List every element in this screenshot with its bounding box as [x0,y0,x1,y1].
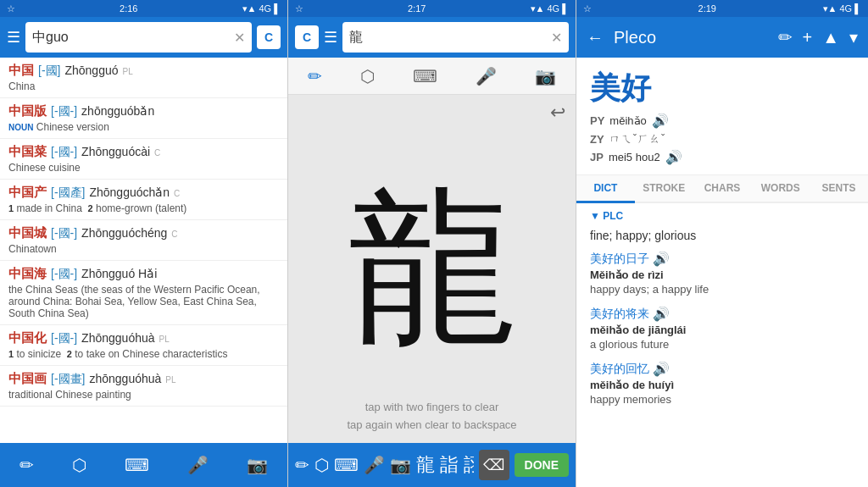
example-sound-2[interactable]: 🔊 [653,361,670,377]
add-icon[interactable]: + [803,28,813,47]
results-list: 中国 [-國] Zhōngguó PL China 中国版 [-國-] zhōn… [0,58,287,443]
result-trad: [-國-] [51,267,77,282]
result-pinyin: zhōngguóbǎn [81,104,154,118]
backspace-button[interactable]: ⌫ [479,450,509,480]
mic-bottom-icon[interactable]: 🎤 [364,455,385,475]
done-button[interactable]: DONE [515,453,569,477]
c-badge-1[interactable]: C [257,25,281,49]
tab-chars[interactable]: CHARS [693,175,752,203]
status-bar-2: ☆ 2:17 ▾▲ 4G ▌ [288,0,576,17]
py-sound-icon[interactable]: 🔊 [652,113,669,129]
result-chinese: 中国化 [8,330,47,346]
result-chinese: 中国菜 [8,144,47,160]
c-badge-2[interactable]: C [295,25,319,49]
entry-character: 美好 [590,68,854,109]
more-icon[interactable]: ▾ [849,27,858,47]
list-item[interactable]: 中国版 [-國-] zhōngguóbǎn NOUN Chinese versi… [0,98,287,139]
up-icon[interactable]: ▲ [822,28,839,47]
example-pinyin-2: měihǎo de huíyì [590,379,854,391]
screen3-title: Pleco [614,28,768,47]
toolbar-2: ✏ ⬡ ⌨ 🎤 📷 [288,58,576,95]
result-pinyin: Zhōngguó Hǎi [81,267,157,280]
puzzle-icon[interactable]: ⬡ [72,455,86,475]
mic-icon[interactable]: 🎤 [187,455,209,475]
list-item[interactable]: 中国 [-國] Zhōngguó PL China [0,58,287,98]
example-sound-0[interactable]: 🔊 [653,251,670,267]
keyboard-icon[interactable]: ⌨ [125,455,149,475]
result-pinyin: Zhōngguóchéng [81,226,167,240]
example-def-2: happy memories [590,393,854,406]
pencil-tool-icon[interactable]: ✏ [308,66,322,86]
puzzle-tool-icon[interactable]: ⬡ [360,66,375,86]
result-def: NOUN Chinese version [8,121,279,133]
hamburger-icon[interactable]: ☰ [7,28,20,47]
result-chinese: 中国版 [8,103,47,119]
search-input-wrap-1[interactable]: 中guo ✕ [25,22,252,53]
tab-stroke[interactable]: STROKE [635,175,693,203]
camera-bottom-icon[interactable]: 📷 [390,455,411,475]
puzzle-bottom-icon[interactable]: ⬡ [314,455,329,475]
status-bar-3: ☆ 2:19 ▾▲ 4G ▌ [576,0,868,17]
handwriting-hint: tap with two fingers to clear tap again … [347,399,516,443]
hint-line-1: tap with two fingers to clear [347,399,516,417]
back-icon[interactable]: ← [587,28,604,47]
screen3-header: ← Pleco ✏ + ▲ ▾ [576,17,868,58]
list-item[interactable]: 中国海 [-國-] Zhōngguó Hǎi the China Seas (t… [0,261,287,325]
jp-label: JP [590,151,604,163]
list-item[interactable]: 中国产 [-國產] Zhōngguóchǎn C 1 made in China… [0,180,287,220]
result-pinyin: Zhōngguóhuà [81,331,154,345]
example-pinyin-0: Měihǎo de rìzi [590,268,854,281]
example-block-0: 美好的日子 🔊 Měihǎo de rìzi happy days; a hap… [590,251,854,296]
mic-tool-icon[interactable]: 🎤 [476,66,497,86]
undo-icon[interactable]: ↩ [550,102,565,124]
result-trad: [-國-] [51,104,77,119]
tab-sents[interactable]: SENTS [810,175,868,203]
pencil-bottom-icon[interactable]: ✏ [295,455,309,475]
example-def-0: happy days; a happy life [590,283,854,296]
screen2: ☆ 2:17 ▾▲ 4G ▌ C ☰ 龍 ✕ ✏ ⬡ ⌨ 🎤 📷 龍 ↩ tap… [288,0,576,487]
status-bar-1: ☆ 2:16 ▾▲ 4G ▌ [0,0,287,17]
hamburger-icon-2[interactable]: ☰ [324,28,337,47]
zy-row: ZY ㄇㄟˇㄏㄠˇ [590,131,854,147]
list-item[interactable]: 中国菜 [-國-] Zhōngguócài C Chinese cuisine [0,139,287,180]
tab-words[interactable]: WORDS [751,175,810,203]
result-def: China [8,80,279,92]
status-icon-1: ☆ [7,3,15,14]
result-chinese: 中国画 [8,371,47,387]
example-sound-1[interactable]: 🔊 [653,306,670,322]
keyboard-bottom-icon[interactable]: ⌨ [334,455,359,475]
camera-tool-icon[interactable]: 📷 [535,66,556,86]
screen3: ☆ 2:19 ▾▲ 4G ▌ ← Pleco ✏ + ▲ ▾ 美好 PY měi… [576,0,868,487]
handwriting-area[interactable]: 龍 ↩ tap with two fingers to clear tap ag… [288,95,576,443]
hint-line-2: tap again when clear to backspace [347,417,516,434]
example-block-2: 美好的回忆 🔊 měihǎo de huíyì happy memories [590,361,854,406]
tab-dict[interactable]: DICT [576,175,635,203]
result-pinyin: Zhōngguóchǎn [89,185,170,199]
clear-icon-2[interactable]: ✕ [551,30,562,46]
list-item[interactable]: 中国化 [-國-] Zhōngguóhuà PL 1 to sinicize 2… [0,325,287,366]
status-time-3: 2:19 [698,3,716,14]
list-item[interactable]: 中国画 [-國畫] zhōngguóhuà PL traditional Chi… [0,366,287,407]
result-def: Chinatown [8,243,279,255]
list-item[interactable]: 中国城 [-國-] Zhōngguóchéng C Chinatown [0,220,287,261]
jp-sound-icon[interactable]: 🔊 [665,149,682,165]
candidate-0[interactable]: 龍 [416,452,435,478]
result-pinyin: zhōngguóhuà [89,372,161,385]
result-def: 1 made in China 2 home-grown (talent) [8,202,279,214]
dict-tabs: DICT STROKE CHARS WORDS SENTS [576,175,868,203]
clear-icon-1[interactable]: ✕ [234,30,245,46]
edit-icon[interactable]: ✏ [778,27,793,47]
plc-label[interactable]: ▼ PLC [590,210,854,222]
candidate-2[interactable]: 詡 [464,452,474,478]
pencil-icon[interactable]: ✏ [19,455,34,475]
candidate-1[interactable]: 詣 [440,452,459,478]
result-chinese: 中国海 [8,266,47,282]
result-trad: [-國-] [51,331,77,346]
result-trad: [-國產] [51,185,85,201]
camera-icon[interactable]: 📷 [247,455,268,475]
result-def: 1 to sinicize 2 to take on Chinese chara… [8,348,279,360]
example-chinese-2: 美好的回忆 🔊 [590,361,854,377]
keyboard-tool-icon[interactable]: ⌨ [413,66,437,86]
search-input-wrap-2[interactable]: 龍 ✕ [342,22,569,53]
dragon-character: 龍 [348,185,517,354]
